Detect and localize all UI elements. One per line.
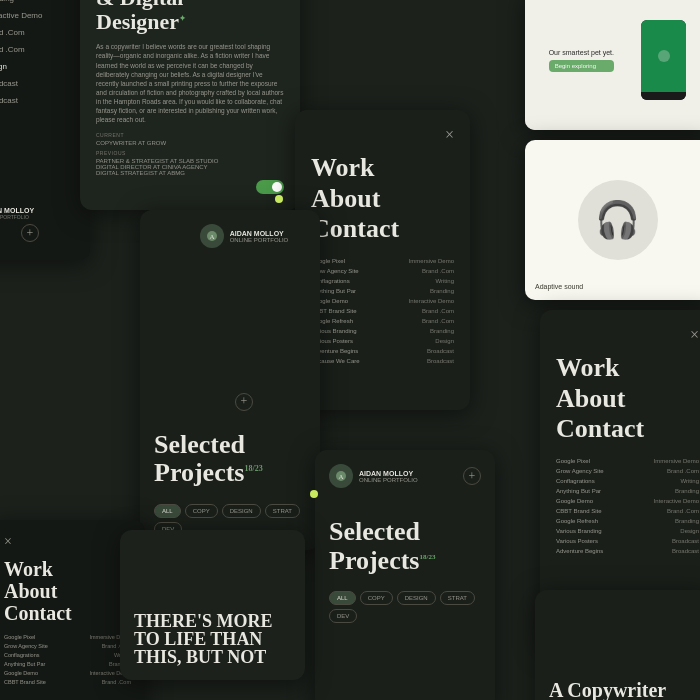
project-name-2[interactable]: Adventure Begins <box>556 548 603 554</box>
project-name-2[interactable]: Various Branding <box>556 528 602 534</box>
project-name-2[interactable]: Various Posters <box>556 538 598 544</box>
bl-menu-contact[interactable]: Contact <box>4 602 131 624</box>
filter-design-2[interactable]: DESIGN <box>397 591 436 605</box>
menu-project-list-2: Google Pixel Immersive Demo Grow Agency … <box>556 458 699 554</box>
bl-project-name[interactable]: Grow Agency Site <box>4 643 48 649</box>
headline-text: THERE'S MORE TO LIFE THAN THIS, BUT NOT <box>134 612 291 666</box>
project-tag: Brand .Com <box>422 308 454 314</box>
bl-close-button[interactable]: × <box>4 534 131 550</box>
bl-menu-work[interactable]: Work <box>4 558 131 580</box>
menu-project-row-2: Conflagrations Writing <box>556 478 699 484</box>
sidebar-item-branding[interactable]: Branding <box>0 0 90 7</box>
project-name-2[interactable]: CBBT Brand Site <box>556 508 602 514</box>
menu-project-row: Various Posters Design <box>311 338 454 344</box>
device-tagline: Our smartest pet yet. <box>549 49 614 56</box>
menu-project-row: Google Demo Interactive Demo <box>311 298 454 304</box>
current-value: COPYWRITER AT GROW <box>96 140 284 146</box>
sidebar-plus-button[interactable]: + <box>21 224 39 242</box>
portfolio-header: A AIDAN MOLLOY ONLINE PORTFOLIO + <box>154 224 320 411</box>
project-tag-2: Brand .Com <box>667 508 699 514</box>
device-screen <box>641 20 686 92</box>
filter-strat[interactable]: STRAT <box>265 504 300 518</box>
menu-contact-2[interactable]: Contact <box>556 415 699 444</box>
portfolio-logo-text: AIDAN MOLLOY ONLINE PORTFOLIO <box>230 230 289 243</box>
sidebar-item-design[interactable]: Design <box>0 58 90 75</box>
sidebar-item-brand1[interactable]: Brand .Com <box>0 24 90 41</box>
filter-copy[interactable]: COPY <box>185 504 218 518</box>
portfolio-plus-button[interactable]: + <box>235 393 253 411</box>
portfolio-card-1: A AIDAN MOLLOY ONLINE PORTFOLIO + Select… <box>140 210 320 550</box>
project-name-2[interactable]: Anything But Par <box>556 488 601 494</box>
menu-close-button-1[interactable]: × <box>311 126 454 144</box>
device-phone <box>641 20 686 100</box>
project-tag: Brand .Com <box>422 318 454 324</box>
menu-project-list-1: Google Pixel Immersive Demo Grow Agency … <box>311 258 454 364</box>
menu-project-row: Various Branding Branding <box>311 328 454 334</box>
project-name-2[interactable]: Google Demo <box>556 498 593 504</box>
project-name-2[interactable]: Google Refresh <box>556 518 598 524</box>
portfolio-author: AIDAN MOLLOY <box>230 230 289 237</box>
portfolio-card-2: A AIDAN MOLLOY ONLINE PORTFOLIO + Select… <box>315 450 495 700</box>
project-name-2[interactable]: Grow Agency Site <box>556 468 604 474</box>
device-screen-icon <box>654 46 674 66</box>
filter-design[interactable]: DESIGN <box>222 504 261 518</box>
project-name-2[interactable]: Google Pixel <box>556 458 590 464</box>
menu-work-2[interactable]: Work <box>556 354 699 383</box>
portfolio2-header: A AIDAN MOLLOY ONLINE PORTFOLIO + <box>329 464 481 488</box>
project-tag-2: Broadcast <box>672 548 699 554</box>
author-tagline: ONLINE PORTFOLIO <box>0 214 80 220</box>
menu-project-row-2: Google Refresh Branding <box>556 518 699 524</box>
toggle-switch[interactable] <box>256 180 284 194</box>
menu-project-row: Adventure Begins Broadcast <box>311 348 454 354</box>
sidebar-item-interactive[interactable]: Interactive Demo <box>0 7 90 24</box>
filter-strat-2[interactable]: STRAT <box>440 591 475 605</box>
project-tag: Branding <box>430 288 454 294</box>
previous-value-3: DIGITAL STRATEGIST AT ABMG <box>96 170 284 176</box>
filter-copy-2[interactable]: COPY <box>360 591 393 605</box>
portfolio2-plus-button[interactable]: + <box>463 467 481 485</box>
bl-project-name[interactable]: Google Demo <box>4 670 38 676</box>
project-tag: Immersive Demo <box>409 258 454 264</box>
filter-all[interactable]: ALL <box>154 504 181 518</box>
selected-label-2: Selected <box>329 517 420 546</box>
device-card-top: Our smartest pet yet. Begin exploring <box>525 0 700 130</box>
project-tag-2: Branding <box>675 488 699 494</box>
menu-about-2[interactable]: About <box>556 385 699 414</box>
bl-project-name[interactable]: Conflagrations <box>4 652 39 658</box>
filter-dev-2[interactable]: DEV <box>329 609 357 623</box>
project-name-2[interactable]: Conflagrations <box>556 478 595 484</box>
logo-svg: A <box>205 229 219 243</box>
project-tag: Broadcast <box>427 358 454 364</box>
portfolio2-tagline: ONLINE PORTFOLIO <box>359 477 418 483</box>
menu-close-button-2[interactable]: × <box>556 326 699 344</box>
selected-projects-heading: Selected Projects18/23 <box>154 431 306 488</box>
menu-project-row-2: Various Posters Broadcast <box>556 538 699 544</box>
headline-card: THERE'S MORE TO LIFE THAN THIS, BUT NOT <box>120 530 305 680</box>
device-cta-button[interactable]: Begin exploring <box>549 60 614 72</box>
headline-line3: THIS, BUT NOT <box>134 647 266 667</box>
menu-contact-1[interactable]: Contact <box>311 215 454 244</box>
sidebar-item-broadcast1[interactable]: Broadcast <box>0 75 90 92</box>
menu-about-1[interactable]: About <box>311 185 454 214</box>
filter-all-2[interactable]: ALL <box>329 591 356 605</box>
accent-dot-2 <box>310 490 318 498</box>
bl-project-name[interactable]: Google Pixel <box>4 634 35 640</box>
menu-project-row-2: Google Pixel Immersive Demo <box>556 458 699 464</box>
project-tag: Writing <box>435 278 454 284</box>
bl-project-list: Google Pixel Immersive Demo Grow Agency … <box>4 634 131 685</box>
menu-project-row: Grow Agency Site Brand .Com <box>311 268 454 274</box>
copywriter-title: A Copywriter <box>549 679 696 700</box>
menu-project-row-2: Anything But Par Branding <box>556 488 699 494</box>
bl-menu-about[interactable]: About <box>4 580 131 602</box>
bl-project-name[interactable]: Anything But Par <box>4 661 45 667</box>
menu-work-1[interactable]: Work <box>311 154 454 183</box>
sidebar-item-broadcast2[interactable]: Broadcast <box>0 92 90 109</box>
svg-point-0 <box>658 50 670 62</box>
projects-label-2: Projects <box>329 546 419 575</box>
sidebar-item-brand2[interactable]: Brand .Com <box>0 41 90 58</box>
main-title: & Digital Designer✦ <box>96 0 284 34</box>
bl-project-row: CBBT Brand Site Brand .Com <box>4 679 131 685</box>
bl-project-name[interactable]: CBBT Brand Site <box>4 679 46 685</box>
menu-project-row-2: Various Branding Design <box>556 528 699 534</box>
selected-label: Selected <box>154 430 245 459</box>
